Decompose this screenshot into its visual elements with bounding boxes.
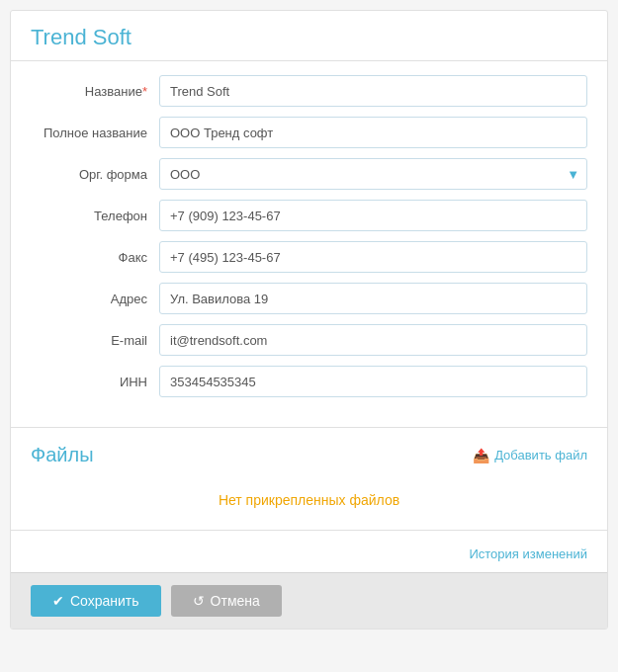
upload-icon: 📤 [473,448,489,463]
cancel-label: Отмена [211,593,260,609]
files-empty-message: Нет прикрепленных файлов [31,472,587,524]
history-divider [11,530,607,531]
page-title: Trend Soft [31,25,132,49]
add-file-label: Добавить файл [494,448,587,462]
required-marker: * [142,84,147,99]
add-file-button[interactable]: 📤 Добавить файл [473,448,587,463]
input-inn[interactable] [159,366,587,397]
form-row-inn: ИНН [31,366,587,397]
history-link[interactable]: История изменений [469,546,587,561]
save-label: Сохранить [70,593,139,609]
files-section: Файлы 📤 Добавить файл Нет прикрепленных … [11,434,607,524]
label-address: Адрес [31,292,159,306]
label-name: Название* [31,84,159,99]
card-header: Trend Soft [11,11,607,61]
cancel-button[interactable]: ↺ Отмена [171,585,282,617]
input-email[interactable] [159,324,587,356]
files-header: Файлы 📤 Добавить файл [31,444,587,466]
label-org_form: Орг. форма [31,167,159,182]
form-row-full_name: Полное название [31,117,587,148]
label-email: E-mail [31,333,159,348]
form-row-phone: Телефон [31,200,587,231]
form-body: Название*Полное названиеОрг. формаООООАО… [11,61,607,421]
save-button[interactable]: ✔ Сохранить [31,585,161,617]
form-row-email: E-mail [31,324,587,356]
main-card: Trend Soft Название*Полное названиеОрг. … [10,10,608,630]
form-row-org_form: Орг. формаООООАОЗАОИП▼ [31,158,587,190]
select-wrapper-org_form: ООООАОЗАОИП▼ [159,158,587,190]
history-row: История изменений [11,537,607,572]
label-phone: Телефон [31,209,159,223]
input-name[interactable] [159,75,587,107]
footer-bar: ✔ Сохранить ↺ Отмена [11,572,607,629]
form-row-address: Адрес [31,283,587,314]
input-full_name[interactable] [159,117,587,148]
input-address[interactable] [159,283,587,314]
label-full_name: Полное название [31,126,159,140]
select-org_form[interactable]: ООООАОЗАОИП [159,158,587,190]
label-inn: ИНН [31,375,159,389]
files-title: Файлы [31,444,94,466]
form-row-fax: Факс [31,241,587,273]
input-fax[interactable] [159,241,587,273]
input-phone[interactable] [159,200,587,231]
save-check-icon: ✔ [52,593,64,609]
cancel-icon: ↺ [193,593,205,609]
label-fax: Факс [31,250,159,265]
section-divider [11,427,607,428]
form-row-name: Название* [31,75,587,107]
